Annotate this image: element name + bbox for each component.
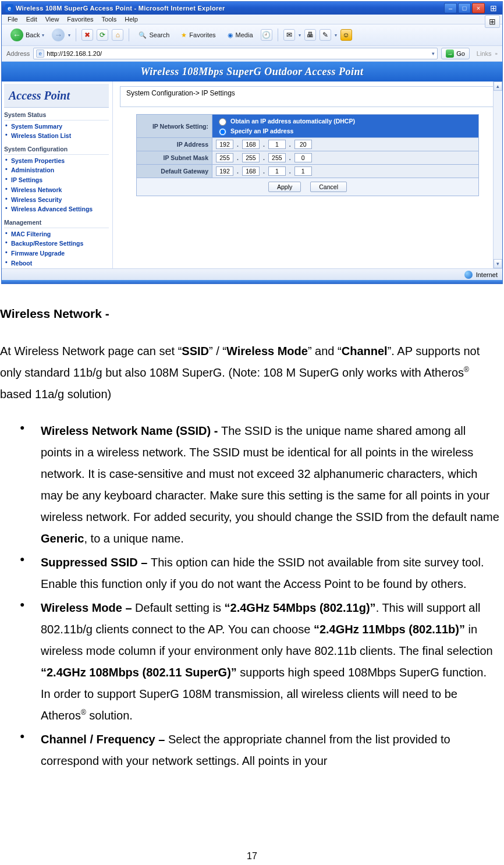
ap-nav-title: Access Point bbox=[4, 84, 109, 108]
menu-view[interactable]: View bbox=[45, 16, 59, 23]
ap-banner-title: Wireless 108Mbps SuperG Outdoor Access P… bbox=[2, 62, 502, 81]
media-button[interactable]: ◉ Media bbox=[223, 30, 257, 41]
edit-drop-icon[interactable]: ▾ bbox=[335, 33, 337, 38]
links-label[interactable]: Links bbox=[477, 50, 492, 57]
menu-file[interactable]: File bbox=[8, 16, 18, 23]
window-title: Wireless 108M SuperG Access Point - Micr… bbox=[16, 5, 444, 12]
address-input[interactable]: e http://192.168.1.20/ ▾ bbox=[33, 48, 438, 59]
nav-system-summary[interactable]: System Summary bbox=[11, 122, 109, 132]
favorites-button[interactable]: ★ Favorites bbox=[177, 30, 219, 41]
print-button[interactable]: 🖶 bbox=[304, 29, 316, 41]
minimize-button[interactable]: – bbox=[444, 3, 457, 13]
home-button[interactable]: ⌂ bbox=[112, 29, 123, 41]
label-default-gateway: Default Gateway bbox=[137, 165, 212, 178]
section-heading: Wireless Network - bbox=[0, 303, 499, 325]
scroll-down-icon[interactable]: ▾ bbox=[494, 259, 502, 268]
menu-favorites[interactable]: Favorites bbox=[67, 16, 93, 23]
menu-help[interactable]: Help bbox=[125, 16, 138, 23]
radio-dhcp[interactable]: Obtain an IP address automatically (DHCP… bbox=[216, 116, 355, 126]
ip-oct3[interactable] bbox=[268, 140, 286, 149]
favorites-label: Favorites bbox=[189, 31, 215, 38]
address-drop-icon[interactable]: ▾ bbox=[432, 51, 435, 56]
back-button[interactable]: ← Back ▾ bbox=[6, 27, 48, 43]
nav-mac-filtering[interactable]: MAC Filtering bbox=[11, 229, 109, 239]
radio-static[interactable]: Specify an IP address bbox=[216, 126, 293, 136]
ap-page: Wireless 108Mbps SuperG Outdoor Access P… bbox=[2, 62, 502, 280]
nav-reboot[interactable]: Reboot bbox=[11, 258, 109, 268]
radio-static-label: Specify an IP address bbox=[230, 127, 293, 134]
go-label: Go bbox=[456, 50, 465, 57]
mask-oct3[interactable] bbox=[268, 153, 286, 162]
stop-button[interactable]: ✖ bbox=[81, 29, 93, 41]
bullet-wireless-mode: Wireless Mode – Default setting is “2.4G… bbox=[41, 597, 499, 726]
media-icon: ◉ bbox=[228, 31, 233, 39]
value-ip-address: . . . bbox=[212, 138, 478, 151]
internet-zone-label: Internet bbox=[476, 271, 498, 278]
maximize-button[interactable]: □ bbox=[458, 3, 471, 13]
nav-backup-restore[interactable]: Backup/Restore Settings bbox=[11, 239, 109, 249]
nav-header-status: System Status bbox=[4, 109, 109, 120]
menu-tools[interactable]: Tools bbox=[102, 16, 117, 23]
go-button[interactable]: → Go bbox=[441, 48, 470, 59]
breadcrumb-text: System Configuration-> IP Settings bbox=[124, 88, 237, 98]
forward-button[interactable]: → bbox=[52, 29, 65, 41]
address-label: Address bbox=[6, 50, 30, 57]
gw-oct3[interactable] bbox=[268, 166, 286, 176]
vertical-scrollbar[interactable]: ▴ ▾ bbox=[493, 81, 502, 268]
cancel-button[interactable]: Cancel bbox=[310, 182, 347, 192]
nav-header-config: System Configuration bbox=[4, 143, 109, 155]
bullet-suppressed-ssid: Suppressed SSID – This option can hide t… bbox=[41, 552, 499, 595]
bullet-channel-frequency: Channel / Frequency – Select the appropr… bbox=[41, 729, 499, 772]
search-icon: 🔍 bbox=[139, 31, 147, 39]
mask-oct1[interactable] bbox=[216, 153, 233, 162]
gw-oct2[interactable] bbox=[242, 166, 260, 176]
mask-oct2[interactable] bbox=[242, 153, 260, 162]
edit-button[interactable]: ✎ bbox=[320, 29, 331, 41]
ie-menubar: File Edit View Favorites Tools Help ⊞ bbox=[2, 15, 502, 24]
nav-wireless-security[interactable]: Wireless Security bbox=[11, 195, 109, 205]
nav-wireless-advanced[interactable]: Wireless Advanced Settings bbox=[11, 204, 109, 214]
messenger-button[interactable]: ☺ bbox=[340, 29, 352, 41]
search-label: Search bbox=[149, 31, 169, 38]
ap-main: System Configuration-> IP Settings IP Ne… bbox=[113, 81, 502, 268]
nav-wireless-network[interactable]: Wireless Network bbox=[11, 185, 109, 195]
menu-edit[interactable]: Edit bbox=[26, 16, 37, 23]
label-ip-network-setting: IP Network Setting: bbox=[137, 115, 212, 137]
label-subnet-mask: IP Subnet Mask bbox=[137, 151, 212, 164]
bullet-ssid: Wireless Network Name (SSID) - The SSID … bbox=[41, 420, 499, 550]
ip-oct4[interactable] bbox=[294, 140, 312, 149]
ie-statusbar: Internet bbox=[2, 268, 502, 280]
media-label: Media bbox=[236, 31, 253, 38]
gw-oct1[interactable] bbox=[216, 166, 233, 176]
ip-oct2[interactable] bbox=[242, 140, 260, 149]
mask-oct4[interactable] bbox=[294, 153, 312, 162]
nav-ip-settings[interactable]: IP Settings bbox=[11, 175, 109, 185]
nav-wireless-station-list[interactable]: Wireless Station List bbox=[11, 131, 109, 141]
windows-flag-icon: ⊞ bbox=[487, 3, 500, 13]
apply-button[interactable]: Apply bbox=[268, 182, 301, 192]
refresh-button[interactable]: ⟳ bbox=[97, 29, 108, 41]
ie-toolbar: ← Back ▾ → ▾ ✖ ⟳ ⌂ 🔍 Search ★ Favorites … bbox=[2, 24, 502, 46]
close-button[interactable]: × bbox=[472, 3, 485, 13]
nav-administration[interactable]: Administration bbox=[11, 165, 109, 175]
mail-button[interactable]: ✉ bbox=[283, 29, 295, 41]
forward-drop-icon[interactable]: ▾ bbox=[68, 33, 70, 38]
ip-oct1[interactable] bbox=[216, 140, 233, 149]
mail-drop-icon[interactable]: ▾ bbox=[299, 33, 301, 38]
history-button[interactable]: 🕘 bbox=[261, 29, 272, 41]
ie-window: e Wireless 108M SuperG Access Point - Mi… bbox=[1, 1, 503, 284]
search-button[interactable]: 🔍 Search bbox=[134, 30, 173, 41]
scroll-up-icon[interactable]: ▴ bbox=[494, 81, 502, 91]
ie-titlebar: e Wireless 108M SuperG Access Point - Mi… bbox=[2, 2, 502, 15]
back-arrow-icon: ← bbox=[10, 29, 23, 41]
nav-header-management: Management bbox=[4, 217, 109, 228]
gw-oct4[interactable] bbox=[294, 166, 312, 176]
nav-firmware-upgrade[interactable]: Firmware Upgrade bbox=[11, 249, 109, 258]
page-icon: e bbox=[36, 49, 44, 58]
ie-throbber-icon: ⊞ bbox=[485, 15, 500, 28]
ie-bottom-edge bbox=[2, 280, 502, 283]
nav-system-properties[interactable]: System Properties bbox=[11, 156, 109, 166]
page-number: 17 bbox=[0, 851, 504, 862]
intro-paragraph: At Wireless Network page can set “SSID” … bbox=[0, 341, 499, 405]
back-drop-icon[interactable]: ▾ bbox=[42, 33, 44, 38]
